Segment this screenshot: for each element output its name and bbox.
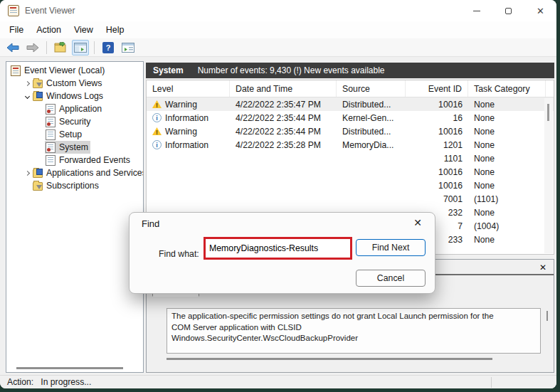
event-viewer-app-icon bbox=[8, 5, 19, 16]
info-icon: i bbox=[152, 140, 162, 149]
tree-horizontal-scrollbar[interactable] bbox=[16, 367, 123, 369]
status-bar: Action: In progress... bbox=[0, 375, 556, 388]
event-row[interactable]: iInformation4/22/2022 2:35:44 PMKernel-G… bbox=[147, 111, 554, 125]
scrollbar-thumb[interactable] bbox=[547, 104, 549, 121]
menu-help[interactable]: Help bbox=[100, 22, 131, 38]
event-row[interactable]: 1101None bbox=[147, 152, 554, 165]
log-icon-red bbox=[46, 142, 56, 153]
tree-item-label: Event Viewer (Local) bbox=[24, 65, 105, 75]
chevron-down-icon[interactable] bbox=[22, 95, 32, 98]
console-tree-toggle-button[interactable] bbox=[72, 40, 89, 55]
find-dialog: Find ✕ Find what: Find Next Cancel bbox=[129, 212, 435, 294]
forward-button[interactable] bbox=[24, 40, 41, 55]
event-viewer-window: Event Viewer ✕ File Action View Help bbox=[0, 0, 556, 388]
find-input-highlight bbox=[204, 237, 352, 260]
tree-item-label: Setup bbox=[59, 129, 82, 139]
tree-item-system[interactable]: System bbox=[6, 141, 143, 154]
column-header-date-and-time[interactable]: Date and Time bbox=[230, 80, 337, 97]
console-tree-icon bbox=[74, 43, 87, 53]
log-header-bar: System Number of events: 9,430 (!) New e… bbox=[146, 63, 554, 78]
find-dialog-close-icon[interactable]: ✕ bbox=[413, 217, 422, 228]
event-row[interactable]: 10016None bbox=[147, 165, 554, 179]
source-cell: Distributed... bbox=[337, 100, 406, 110]
tree-item-label: Applications and Services bbox=[46, 168, 144, 178]
close-button[interactable]: ✕ bbox=[524, 0, 556, 21]
event-id-cell: 7001 bbox=[406, 194, 468, 204]
column-header-task-category[interactable]: Task Category bbox=[468, 80, 546, 97]
tree-item-application[interactable]: Application bbox=[6, 102, 143, 115]
action-pane-icon bbox=[122, 43, 134, 53]
toolbar-separator bbox=[94, 41, 95, 54]
minimize-icon bbox=[473, 11, 480, 11]
close-icon: ✕ bbox=[537, 6, 544, 16]
tree-item-security[interactable]: Security bbox=[6, 115, 143, 128]
tree-item-label: Custom Views bbox=[46, 78, 102, 88]
column-header-level[interactable]: Level bbox=[147, 80, 230, 97]
status-divider bbox=[491, 377, 492, 388]
date-cell: 4/22/2022 2:35:44 PM bbox=[230, 113, 337, 123]
tree-item-label: Windows Logs bbox=[46, 91, 103, 101]
source-cell: Kernel-Gen... bbox=[337, 113, 406, 123]
preview-close-icon[interactable]: ✕ bbox=[539, 263, 546, 272]
warning-icon bbox=[152, 100, 162, 108]
level-cell: iInformation bbox=[147, 140, 230, 150]
find-next-button[interactable]: Find Next bbox=[356, 239, 426, 256]
tree-item-label: Application bbox=[59, 104, 102, 114]
tree-item-custom-views[interactable]: Custom Views bbox=[6, 77, 143, 90]
chevron-right-icon[interactable] bbox=[22, 171, 32, 175]
minimize-button[interactable] bbox=[460, 0, 492, 21]
event-row[interactable]: Warning4/22/2022 2:35:44 PMDistributed..… bbox=[147, 125, 554, 138]
tree-item-label: System bbox=[59, 142, 88, 152]
window-title: Event Viewer bbox=[25, 6, 75, 16]
menu-action[interactable]: Action bbox=[30, 22, 68, 38]
folder-filter-icon bbox=[33, 182, 43, 191]
title-bar: Event Viewer ✕ bbox=[0, 0, 556, 21]
preview-horizontal-scrollbar[interactable] bbox=[167, 358, 492, 360]
log-icon-red bbox=[46, 117, 56, 127]
level-cell: Warning bbox=[147, 127, 230, 137]
date-cell: 4/22/2022 2:35:44 PM bbox=[230, 127, 337, 137]
toolbar: ? bbox=[0, 38, 556, 57]
tree-item-setup[interactable]: Setup bbox=[6, 128, 143, 141]
event-id-cell: 1101 bbox=[406, 154, 468, 164]
menu-file[interactable]: File bbox=[3, 22, 30, 38]
open-saved-log-button[interactable] bbox=[52, 40, 69, 55]
back-button[interactable] bbox=[4, 40, 21, 55]
description-line: Windows.SecurityCenter.WscCloudBackupPro… bbox=[171, 333, 536, 344]
maximize-icon bbox=[505, 8, 512, 14]
find-input[interactable] bbox=[206, 239, 350, 258]
task-category-cell: None bbox=[468, 167, 546, 177]
tree-item-label: Forwarded Events bbox=[59, 155, 130, 165]
table-header-row: LevelDate and TimeSourceEvent IDTask Cat… bbox=[147, 80, 554, 97]
help-button[interactable]: ? bbox=[100, 40, 117, 55]
task-category-cell: None bbox=[468, 113, 546, 123]
console-tree: Event Viewer (Local)Custom ViewsWindows … bbox=[6, 62, 143, 192]
tree-item-forwarded-events[interactable]: Forwarded Events bbox=[6, 154, 143, 166]
description-line: The application-specific permission sett… bbox=[171, 311, 536, 322]
tree-item-subscriptions[interactable]: Subscriptions bbox=[6, 179, 143, 192]
level-cell: Warning bbox=[147, 100, 230, 110]
cancel-button[interactable]: Cancel bbox=[356, 270, 426, 287]
event-row[interactable]: iInformation4/22/2022 2:35:28 PMMemoryDi… bbox=[147, 138, 554, 152]
task-category-cell: None bbox=[468, 235, 546, 245]
action-pane-toggle-button[interactable] bbox=[120, 40, 137, 55]
task-category-cell: None bbox=[468, 181, 546, 191]
event-row[interactable]: Warning4/22/2022 2:35:47 PMDistributed..… bbox=[147, 97, 554, 111]
status-value: In progress... bbox=[41, 377, 91, 387]
info-icon: i bbox=[152, 113, 162, 122]
event-id-cell: 10016 bbox=[406, 127, 468, 137]
event-row[interactable]: 10016None bbox=[147, 179, 554, 192]
tree-item-applications-and-services[interactable]: Applications and Services bbox=[6, 166, 143, 179]
column-header-source[interactable]: Source bbox=[337, 80, 406, 97]
event-row[interactable]: 7001(1101) bbox=[147, 192, 554, 206]
menu-bar: File Action View Help bbox=[0, 21, 556, 38]
preview-vertical-scrollbar[interactable] bbox=[546, 311, 548, 321]
chevron-right-icon[interactable] bbox=[22, 82, 32, 85]
tree-item-event-viewer-local-[interactable]: Event Viewer (Local) bbox=[6, 64, 143, 77]
column-header-event-id[interactable]: Event ID bbox=[406, 80, 468, 97]
menu-view[interactable]: View bbox=[68, 22, 100, 38]
maximize-button[interactable] bbox=[492, 0, 524, 21]
work-area: Event Viewer (Local)Custom ViewsWindows … bbox=[0, 57, 556, 375]
table-vertical-scrollbar[interactable] bbox=[544, 98, 553, 253]
tree-item-windows-logs[interactable]: Windows Logs bbox=[6, 90, 143, 102]
